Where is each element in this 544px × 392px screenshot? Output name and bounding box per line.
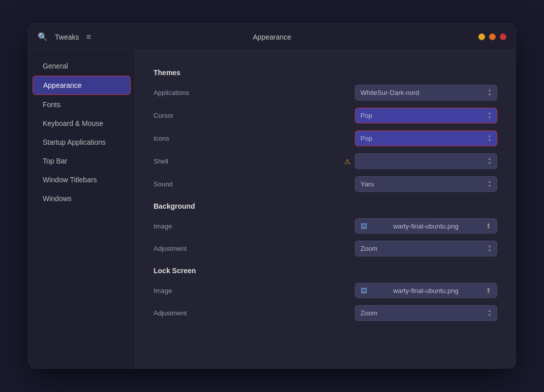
content-area: General Appearance Fonts Keyboard & Mous… xyxy=(28,50,516,368)
icons-row: Icons Pop ▲ ▼ xyxy=(154,130,497,146)
close-button[interactable] xyxy=(500,34,506,40)
sidebar-item-general[interactable]: General xyxy=(33,57,131,75)
bg-adjustment-dropdown[interactable]: Zoom ▲ ▼ xyxy=(355,241,497,256)
window-title: Appearance xyxy=(253,33,291,41)
applications-value: WhiteSur-Dark-nord xyxy=(360,89,419,96)
icons-value: Pop xyxy=(360,135,372,142)
window-controls xyxy=(478,34,506,40)
bg-image-value: warty-final-ubuntu.png xyxy=(393,222,459,230)
app-name-label: Tweaks xyxy=(55,33,79,41)
bg-image-control: 🖼 warty-final-ubuntu.png ⬆ xyxy=(245,218,497,234)
lock-image-label: Image xyxy=(154,287,245,295)
applications-label: Applications xyxy=(154,89,245,96)
main-window: 🔍 Tweaks ≡ Appearance General Appearance… xyxy=(28,23,516,369)
bg-image-label: Image xyxy=(154,222,245,230)
shell-row: Shell ⚠ ▲ ▼ xyxy=(154,153,497,169)
lock-image-dropdown[interactable]: 🖼 warty-final-ubuntu.png ⬆ xyxy=(355,283,497,298)
sidebar-item-window-titlebars[interactable]: Window Titlebars xyxy=(33,171,131,189)
applications-control: WhiteSur-Dark-nord ▲ ▼ xyxy=(245,85,497,101)
bg-adjustment-value: Zoom xyxy=(360,245,377,252)
sidebar-item-keyboard-mouse[interactable]: Keyboard & Mouse xyxy=(33,114,131,133)
titlebar: 🔍 Tweaks ≡ Appearance xyxy=(28,24,516,50)
cursor-row: Cursor Pop ▲ ▼ xyxy=(154,108,497,123)
cursor-control: Pop ▲ ▼ xyxy=(245,108,497,123)
bg-image-row: Image 🖼 warty-final-ubuntu.png ⬆ xyxy=(154,218,497,234)
shell-label: Shell xyxy=(154,157,245,165)
sound-arrow: ▲ ▼ xyxy=(488,180,492,188)
bg-adjustment-row: Adjustment Zoom ▲ ▼ xyxy=(154,241,497,256)
icons-arrow: ▲ ▼ xyxy=(488,134,492,143)
bg-image-file-icon: 🖼 xyxy=(360,222,367,230)
lock-adjustment-value: Zoom xyxy=(360,309,377,317)
search-icon[interactable]: 🔍 xyxy=(38,32,48,42)
lock-image-file-icon: 🖼 xyxy=(360,287,367,295)
shell-dropdown[interactable]: ▲ ▼ xyxy=(355,153,497,169)
sidebar-item-startup-applications[interactable]: Startup Applications xyxy=(33,133,131,151)
icons-label: Icons xyxy=(154,135,245,142)
lock-adjustment-label: Adjustment xyxy=(154,309,245,317)
bg-adjustment-label: Adjustment xyxy=(154,245,245,252)
sound-control: Yaru ▲ ▼ xyxy=(245,176,497,192)
lock-screen-section-title: Lock Screen xyxy=(154,267,497,275)
applications-row: Applications WhiteSur-Dark-nord ▲ ▼ xyxy=(154,85,497,101)
themes-section-title: Themes xyxy=(154,69,497,77)
applications-dropdown[interactable]: WhiteSur-Dark-nord ▲ ▼ xyxy=(355,85,497,101)
titlebar-left: 🔍 Tweaks ≡ xyxy=(38,32,91,42)
sidebar-item-windows[interactable]: Windows xyxy=(33,189,131,208)
lock-image-control: 🖼 warty-final-ubuntu.png ⬆ xyxy=(245,283,497,298)
bg-image-upload-icon: ⬆ xyxy=(486,222,492,230)
shell-control: ⚠ ▲ ▼ xyxy=(245,153,497,169)
sidebar-item-top-bar[interactable]: Top Bar xyxy=(33,152,131,170)
sound-value: Yaru xyxy=(360,180,374,188)
sidebar-item-appearance[interactable]: Appearance xyxy=(33,76,131,95)
lock-adjustment-control: Zoom ▲ ▼ xyxy=(245,305,497,321)
lock-adjustment-dropdown[interactable]: Zoom ▲ ▼ xyxy=(355,305,497,321)
lock-image-row: Image 🖼 warty-final-ubuntu.png ⬆ xyxy=(154,283,497,298)
sound-row: Sound Yaru ▲ ▼ xyxy=(154,176,497,192)
shell-arrow: ▲ ▼ xyxy=(488,157,492,166)
bg-adjustment-control: Zoom ▲ ▼ xyxy=(245,241,497,256)
icons-control: Pop ▲ ▼ xyxy=(245,130,497,146)
sidebar-item-fonts[interactable]: Fonts xyxy=(33,95,131,114)
applications-arrow: ▲ ▼ xyxy=(488,88,492,97)
bg-adjustment-arrow: ▲ ▼ xyxy=(488,244,492,253)
lock-adjustment-row: Adjustment Zoom ▲ ▼ xyxy=(154,305,497,321)
main-content: Themes Applications WhiteSur-Dark-nord ▲… xyxy=(135,50,516,368)
cursor-arrow: ▲ ▼ xyxy=(488,111,492,120)
maximize-button[interactable] xyxy=(489,34,496,40)
lock-adjustment-arrow: ▲ ▼ xyxy=(488,309,492,317)
lock-image-value: warty-final-ubuntu.png xyxy=(393,287,459,295)
lock-image-upload-icon: ⬆ xyxy=(486,286,492,295)
sound-dropdown[interactable]: Yaru ▲ ▼ xyxy=(355,176,497,192)
cursor-label: Cursor xyxy=(154,112,245,119)
bg-image-dropdown[interactable]: 🖼 warty-final-ubuntu.png ⬆ xyxy=(355,218,497,234)
shell-warning-icon: ⚠ xyxy=(344,157,351,166)
sound-label: Sound xyxy=(154,180,245,188)
background-section-title: Background xyxy=(154,202,497,210)
sidebar: General Appearance Fonts Keyboard & Mous… xyxy=(28,50,135,368)
cursor-value: Pop xyxy=(360,112,372,119)
menu-icon[interactable]: ≡ xyxy=(86,32,90,42)
minimize-button[interactable] xyxy=(478,34,485,40)
icons-dropdown[interactable]: Pop ▲ ▼ xyxy=(355,130,497,146)
cursor-dropdown[interactable]: Pop ▲ ▼ xyxy=(355,108,497,123)
